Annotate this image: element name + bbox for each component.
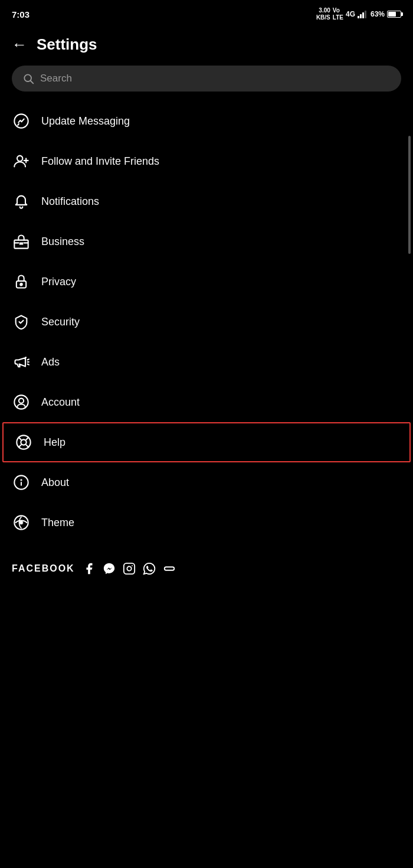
page-title: Settings [37, 35, 97, 54]
network-type: 4G [346, 10, 355, 18]
megaphone-icon [12, 353, 31, 371]
svg-point-14 [20, 283, 22, 286]
svg-rect-3 [365, 11, 366, 18]
menu-item-privacy[interactable]: Privacy [0, 262, 413, 302]
volte-indicator: VoLTE [333, 7, 343, 21]
svg-point-28 [21, 479, 21, 480]
svg-point-7 [17, 156, 22, 161]
menu-item-label-business: Business [41, 236, 84, 248]
menu-list: Update Messaging Follow and Invite Frien… [0, 101, 413, 543]
footer-social-icons [82, 562, 176, 576]
svg-rect-12 [19, 242, 24, 245]
menu-item-label-account: Account [41, 396, 80, 409]
search-icon [22, 73, 34, 84]
menu-item-business[interactable]: Business [0, 221, 413, 262]
svg-line-25 [19, 445, 21, 447]
facebook-icon [82, 562, 96, 576]
svg-rect-1 [360, 14, 362, 18]
footer: FACEBOOK [0, 547, 413, 593]
svg-rect-31 [124, 563, 135, 574]
menu-item-label-help: Help [44, 436, 65, 449]
menu-item-account[interactable]: Account [0, 382, 413, 422]
menu-item-security[interactable]: Security [0, 302, 413, 342]
footer-brand: FACEBOOK [12, 563, 75, 574]
menu-item-about[interactable]: About [0, 462, 413, 502]
lock-icon [12, 272, 31, 291]
battery-icon [387, 11, 401, 18]
search-placeholder: Search [40, 73, 72, 84]
account-icon [12, 393, 31, 412]
battery-percent: 63% [371, 10, 385, 18]
menu-item-follow-invite-friends[interactable]: Follow and Invite Friends [0, 141, 413, 181]
svg-line-15 [28, 359, 29, 360]
svg-rect-0 [358, 16, 359, 18]
menu-item-label-security: Security [41, 316, 80, 328]
menu-item-label-privacy: Privacy [41, 276, 76, 288]
menu-item-label-ads: Ads [41, 356, 60, 368]
menu-item-update-messaging[interactable]: Update Messaging [0, 101, 413, 141]
menu-item-help[interactable]: Help [2, 422, 411, 462]
svg-point-19 [19, 399, 24, 403]
menu-item-ads[interactable]: Ads [0, 342, 413, 382]
svg-rect-2 [362, 12, 364, 18]
menu-item-label-follow-invite-friends: Follow and Invite Friends [41, 155, 159, 168]
info-icon [12, 473, 31, 492]
shield-check-icon [12, 312, 31, 331]
menu-item-theme[interactable]: Theme [0, 502, 413, 543]
business-icon [12, 232, 31, 251]
svg-line-23 [26, 445, 28, 447]
messenger-icon [12, 112, 31, 130]
svg-point-21 [21, 439, 26, 445]
svg-line-24 [26, 438, 28, 440]
svg-line-17 [28, 364, 29, 365]
back-button[interactable]: ← [12, 35, 27, 54]
instagram-footer-icon [122, 562, 136, 576]
status-bar: 7:03 3.00KB/S VoLTE 4G 63% [0, 0, 413, 26]
status-time: 7:03 [12, 9, 30, 19]
menu-item-label-about: About [41, 477, 69, 489]
bell-icon [12, 192, 31, 211]
header: ← Settings [0, 26, 413, 66]
signal-icon [358, 10, 368, 18]
svg-rect-33 [164, 567, 174, 570]
menu-item-label-notifications: Notifications [41, 195, 99, 208]
search-bar[interactable]: Search [12, 66, 401, 92]
network-speed: 3.00KB/S [316, 7, 330, 21]
menu-item-label-update-messaging: Update Messaging [41, 115, 130, 128]
messenger-footer-icon [102, 562, 116, 576]
svg-line-22 [19, 438, 21, 440]
status-icons: 3.00KB/S VoLTE 4G 63% [316, 7, 401, 21]
lifebuoy-icon [14, 433, 33, 452]
portal-footer-icon [162, 562, 176, 576]
menu-item-label-theme: Theme [41, 517, 74, 529]
svg-point-18 [14, 395, 28, 409]
menu-item-notifications[interactable]: Notifications [0, 181, 413, 221]
svg-line-5 [31, 81, 34, 84]
whatsapp-footer-icon [142, 562, 156, 576]
add-person-icon [12, 152, 31, 171]
theme-icon [12, 513, 31, 532]
